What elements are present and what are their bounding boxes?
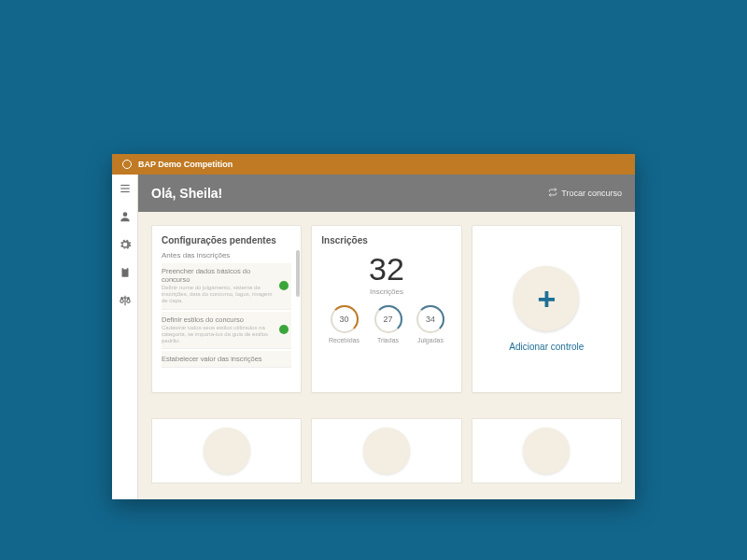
user-icon xyxy=(119,210,132,227)
svg-point-0 xyxy=(123,161,132,169)
task-desc: Cadastrar todos seus estilos utilizados … xyxy=(162,325,276,345)
swap-competition-link[interactable]: Trocar concurso xyxy=(548,188,622,199)
task-title: Estabelecer valor das inscrições xyxy=(162,355,276,363)
sidebar-item-user[interactable] xyxy=(117,210,134,227)
list-icon xyxy=(119,182,132,199)
pending-config-title: Configurações pendentes xyxy=(162,235,291,245)
pending-task[interactable]: Preencher dados básicos do concurso Defi… xyxy=(162,263,291,310)
subscriptions-title: Inscrições xyxy=(321,235,451,245)
app-logo-icon xyxy=(121,159,133,170)
stat-label: Recebidas xyxy=(329,337,359,343)
dashboard-grid: Configurações pendentes Antes das inscri… xyxy=(138,212,635,499)
subscriptions-card: Inscrições 32 Inscrições 30 Recebidas 27… xyxy=(311,225,461,393)
pending-task[interactable]: Estabelecer valor das inscrições xyxy=(162,351,291,368)
svg-point-4 xyxy=(122,212,127,217)
gear-icon xyxy=(119,238,132,255)
pending-task[interactable]: Definir estilos do concurso Cadastrar to… xyxy=(162,312,291,350)
add-circle: + xyxy=(514,266,579,331)
add-control-label: Adicionar controle xyxy=(509,341,584,353)
subscriptions-count: 32 xyxy=(321,251,451,287)
subscriptions-count-label: Inscrições xyxy=(321,287,451,296)
topbar: BAP Demo Competition xyxy=(112,154,635,175)
status-dot-icon xyxy=(279,281,289,290)
placeholder-card[interactable] xyxy=(151,418,302,483)
stat-triaged: 27 Triadas xyxy=(374,305,402,343)
svg-rect-6 xyxy=(123,267,127,269)
clipboard-icon xyxy=(119,266,132,283)
stat-label: Julgadas xyxy=(416,337,444,343)
scrollbar[interactable] xyxy=(296,250,300,297)
main-area: Olá, Sheila! Trocar concurso Configuraçõ… xyxy=(138,175,635,499)
placeholder-circle-icon xyxy=(204,427,250,474)
swap-icon xyxy=(548,188,557,199)
sidebar-item-list[interactable] xyxy=(117,182,134,199)
stat-value: 34 xyxy=(426,315,435,324)
app-window: BAP Demo Competition xyxy=(112,154,635,499)
stat-value: 30 xyxy=(340,315,349,324)
sidebar-item-judging[interactable] xyxy=(117,294,134,311)
scale-icon xyxy=(119,294,132,311)
add-control-card[interactable]: + Adicionar controle xyxy=(472,225,622,393)
swap-link-label: Trocar concurso xyxy=(561,189,622,198)
pending-config-section-label: Antes das inscrições xyxy=(162,251,291,259)
ring-chart-icon: 34 xyxy=(416,305,444,333)
stat-judged: 34 Julgadas xyxy=(416,305,444,343)
greeting-title: Olá, Sheila! xyxy=(151,186,222,201)
svg-rect-5 xyxy=(121,268,128,276)
plus-icon: + xyxy=(537,283,556,315)
topbar-title: BAP Demo Competition xyxy=(138,160,233,169)
placeholder-card[interactable] xyxy=(472,418,622,483)
pending-config-card: Configurações pendentes Antes das inscri… xyxy=(151,225,302,393)
stats-row: 30 Recebidas 27 Triadas 34 Julgadas xyxy=(321,305,451,343)
placeholder-circle-icon xyxy=(523,427,570,474)
stat-label: Triadas xyxy=(374,337,402,343)
ring-chart-icon: 27 xyxy=(374,305,402,333)
task-desc: Definir nome do julgamento, sistema de i… xyxy=(162,285,276,305)
status-dot-icon xyxy=(279,325,289,334)
task-title: Definir estilos do concurso xyxy=(162,315,276,324)
task-title: Preencher dados básicos do concurso xyxy=(162,267,276,284)
ring-chart-icon: 30 xyxy=(331,305,359,333)
sidebar xyxy=(112,175,138,499)
page-header: Olá, Sheila! Trocar concurso xyxy=(138,175,635,212)
sidebar-item-clipboard[interactable] xyxy=(117,266,134,283)
sidebar-item-settings[interactable] xyxy=(117,238,134,255)
placeholder-circle-icon xyxy=(363,427,410,474)
stat-value: 27 xyxy=(384,315,393,324)
placeholder-card[interactable] xyxy=(311,418,461,483)
stat-received: 30 Recebidas xyxy=(329,305,359,343)
